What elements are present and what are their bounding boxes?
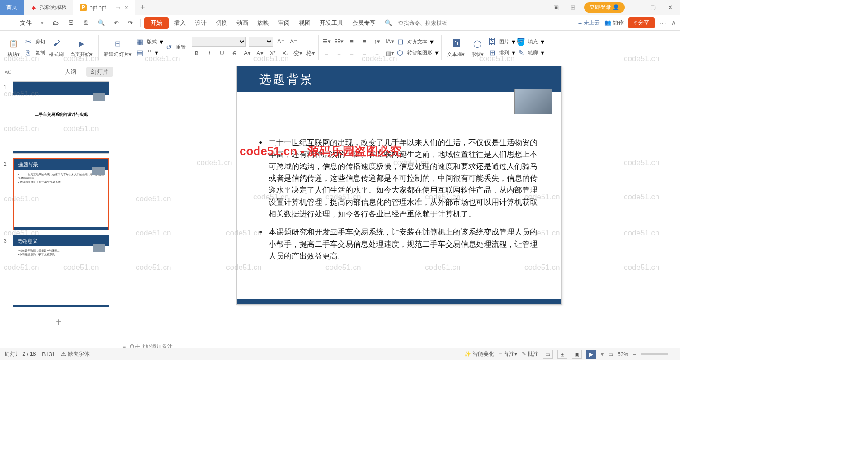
cloud-status[interactable]: ☁ 未上云 (577, 19, 600, 27)
align-center-button[interactable]: ≡ (334, 48, 344, 58)
slide-image[interactable] (514, 89, 552, 114)
indent-left-button[interactable]: ≡ (347, 37, 357, 47)
menu-view[interactable]: 视图 (295, 19, 314, 27)
outline-tab[interactable]: 大纲 (60, 67, 81, 77)
layout-icon[interactable]: ▣ (550, 4, 562, 11)
outline-icon[interactable]: ✎ (516, 48, 525, 57)
indent-right-button[interactable]: ≡ (359, 37, 369, 47)
notes-button[interactable]: ≡ 备注▾ (499, 350, 517, 358)
shape-icon[interactable]: ◯ (472, 37, 483, 50)
image-icon[interactable]: 🖼 (487, 38, 496, 47)
slide-canvas[interactable]: 选题背景 •二十一世纪互联网的出现，改变了几千年以来人们的生活，不仅仅是生活物资… (236, 66, 562, 305)
distribute-button[interactable]: ≡ (372, 48, 382, 58)
font-size-select[interactable] (249, 37, 273, 47)
line-spacing-button[interactable]: ↕▾ (372, 37, 382, 47)
save-icon[interactable]: 🖫 (64, 19, 77, 26)
close-tab-icon[interactable]: × (125, 4, 128, 11)
collapse-panel-icon[interactable]: ≪ (5, 68, 11, 75)
numbering-button[interactable]: ☷▾ (334, 37, 344, 47)
print-icon[interactable]: 🖶 (79, 19, 92, 26)
hamburger-icon[interactable]: ≡ (4, 19, 14, 26)
paste-icon[interactable]: 📋 (8, 37, 19, 50)
menu-animation[interactable]: 动画 (233, 19, 252, 27)
view-sorter-icon[interactable]: ⊞ (557, 350, 567, 359)
play-button[interactable]: ▶ (586, 350, 596, 359)
italic-button[interactable]: I (204, 48, 214, 58)
menu-insert[interactable]: 插入 (170, 19, 189, 27)
comments-button[interactable]: ✎ 批注 (522, 350, 538, 358)
search-input[interactable] (397, 19, 467, 27)
beautify-button[interactable]: ✨ 智能美化 (464, 350, 494, 358)
arrange-icon[interactable]: ⊞ (487, 48, 496, 57)
decrease-font-icon[interactable]: A⁻ (288, 37, 298, 47)
paste-button[interactable]: 粘贴▾ (7, 51, 20, 58)
textbox-icon[interactable]: 🅰 (450, 37, 462, 50)
view-normal-icon[interactable]: ▭ (543, 350, 553, 359)
coop-button[interactable]: 👥 协作 (604, 19, 623, 27)
menu-transition[interactable]: 切换 (212, 19, 231, 27)
section-icon[interactable]: ▤ (135, 48, 144, 57)
char-format-button[interactable]: 变▾ (293, 48, 303, 58)
preview-icon[interactable]: 🔍 (94, 19, 108, 26)
slide-p1[interactable]: 二十一世纪互联网的出现，改变了几千年以来人们的生活，不仅仅是生活物资的丰富，还有… (269, 137, 539, 220)
align-text-icon[interactable]: ⊟ (396, 38, 405, 47)
columns-button[interactable]: ▥▾ (385, 48, 395, 58)
increase-font-icon[interactable]: A⁺ (276, 37, 286, 47)
menu-start[interactable]: 开始 (144, 17, 169, 29)
tab-home[interactable]: 首页 (0, 0, 24, 15)
highlight-button[interactable]: A▾ (255, 48, 265, 58)
menu-vip[interactable]: 会员专享 (349, 19, 379, 27)
more-icon[interactable]: ⋯ (659, 19, 666, 27)
bold-button[interactable]: B (192, 48, 202, 58)
menu-slideshow[interactable]: 放映 (254, 19, 273, 27)
zoom-slider[interactable] (641, 353, 668, 355)
view-reading-icon[interactable]: ▣ (572, 350, 582, 359)
superscript-button[interactable]: X² (268, 48, 278, 58)
add-slide-button[interactable]: + (56, 315, 62, 328)
new-slide-icon[interactable]: ⊞ (112, 37, 124, 50)
tab-template[interactable]: ◆找稻壳模板 (24, 0, 73, 15)
format-button[interactable]: 格▾ (306, 48, 316, 58)
text-dir-button[interactable]: IA▾ (385, 37, 395, 47)
zoom-level[interactable]: 63% (618, 351, 628, 358)
align-justify-button[interactable]: ≡ (359, 48, 369, 58)
strike-button[interactable]: S̶ (230, 48, 240, 58)
apps-icon[interactable]: ⊞ (567, 4, 580, 11)
subscript-button[interactable]: X₂ (280, 48, 290, 58)
format-painter-icon[interactable]: 🖌 (51, 37, 62, 50)
slide-p2[interactable]: 本课题研究和开发二手车交易系统，让安装在计算机上的该系统变成管理人员的小帮手，提… (269, 226, 539, 262)
redo-icon[interactable]: ↷ (124, 19, 137, 26)
thumb-3[interactable]: 3 选题意义• 传统处理数据，必须是一张张纸...• 本课题研发的二手车交易系统… (4, 235, 114, 307)
thumb-2[interactable]: 2 选题背景• 二十一世纪互联网的出现，改变了几千年以来人们的生活，不仅仅是生活… (4, 158, 114, 230)
tab-ppt[interactable]: Pppt.ppt▭× (73, 0, 135, 15)
align-right-button[interactable]: ≡ (347, 48, 357, 58)
zoom-out-icon[interactable]: − (633, 351, 636, 358)
minimize-icon[interactable]: — (629, 4, 642, 11)
layout-picker-icon[interactable]: ▦ (135, 38, 144, 47)
from-current-icon[interactable]: ▶ (75, 37, 87, 50)
new-tab-button[interactable]: + (135, 3, 151, 12)
zoom-in-icon[interactable]: + (672, 351, 675, 358)
font-family-select[interactable] (192, 37, 246, 47)
fit-page-icon[interactable]: ▭ (608, 351, 613, 358)
undo-icon[interactable]: ↶ (110, 19, 123, 26)
thumb-1[interactable]: 1 二手车交易系统的设计与实现 (4, 81, 114, 154)
close-window-icon[interactable]: ✕ (664, 4, 676, 11)
menu-dev[interactable]: 开发工具 (316, 19, 347, 27)
share-button[interactable]: ⎋ 分享 (628, 17, 655, 28)
missing-font[interactable]: ⚠ 缺失字体 (61, 350, 89, 358)
maximize-icon[interactable]: ▢ (646, 4, 659, 11)
menu-design[interactable]: 设计 (191, 19, 210, 27)
align-left-button[interactable]: ≡ (321, 48, 331, 58)
font-color-button[interactable]: A▾ (242, 48, 252, 58)
copy-icon[interactable]: ⎘ (24, 48, 33, 57)
slides-tab[interactable]: 幻灯片 (86, 67, 113, 77)
cut-icon[interactable]: ✂ (24, 38, 33, 47)
login-button[interactable]: 立即登录 👤 (584, 2, 625, 13)
underline-button[interactable]: U (217, 48, 227, 58)
smart-icon[interactable]: ⬡ (396, 48, 405, 57)
open-icon[interactable]: 🗁 (49, 19, 62, 26)
fill-icon[interactable]: 🪣 (516, 38, 525, 47)
expand-icon[interactable]: ∧ (671, 19, 676, 27)
bullets-button[interactable]: ☰▾ (321, 37, 331, 47)
